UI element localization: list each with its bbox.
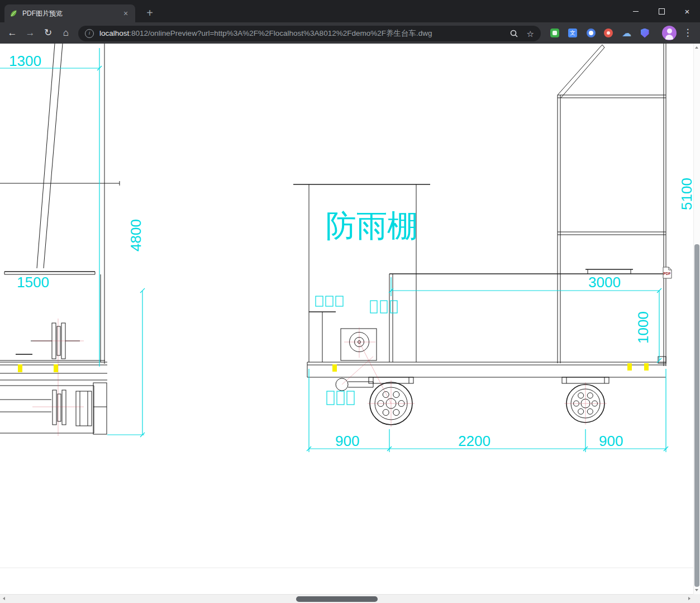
horizontal-scroll-thumb[interactable] — [296, 596, 378, 602]
vertical-scrollbar[interactable] — [693, 44, 700, 594]
scrollbar-corner — [693, 594, 700, 603]
home-button[interactable]: ⌂ — [58, 25, 74, 41]
dim-label-1300: 1300 — [9, 53, 41, 69]
left-partial-view — [0, 44, 120, 434]
tab-close-icon[interactable]: × — [121, 8, 131, 18]
cad-drawing: 1300 4800 1500 防雨棚 5100 3000 1000 900 22… — [0, 44, 693, 594]
avatar-body-icon — [665, 35, 673, 40]
close-button[interactable]: × — [674, 0, 700, 22]
maximize-icon — [659, 8, 665, 15]
green-square-icon — [550, 29, 559, 37]
omnibox-actions: ☆ — [509, 29, 534, 39]
avatar-head-icon — [667, 29, 672, 34]
url-path: :8012/onlinePreview?url=http%3A%2F%2Floc… — [129, 29, 432, 37]
shelter-label: 防雨棚 — [326, 208, 418, 243]
extension-cloud-icon[interactable]: ☁ — [620, 26, 634, 40]
extension-green-icon[interactable] — [548, 26, 561, 40]
spring-leaf-favicon — [9, 9, 18, 18]
dim-label-4800: 4800 — [127, 219, 144, 251]
dim-label-5100: 5100 — [678, 178, 693, 210]
extension-ring-icon[interactable] — [584, 26, 598, 40]
profile-avatar[interactable] — [662, 26, 677, 40]
cloud-icon: ☁ — [622, 29, 632, 38]
tab-title: PDF图片预览 — [22, 9, 121, 18]
dim-label-2200: 2200 — [458, 433, 491, 449]
site-info-icon[interactable]: i — [85, 29, 94, 38]
maximize-button[interactable] — [649, 0, 674, 22]
extension-red-icon[interactable] — [602, 26, 615, 40]
preview-page: 1300 4800 1500 防雨棚 5100 3000 1000 900 22… — [0, 44, 693, 594]
bookmark-star-icon[interactable]: ☆ — [527, 30, 534, 38]
blue-ring-icon — [587, 29, 596, 37]
red-circle-icon — [604, 29, 613, 37]
scroll-down-arrow-icon[interactable] — [695, 589, 698, 591]
pdf-file-icon[interactable]: PDF — [663, 267, 672, 278]
minimize-button[interactable] — [623, 0, 649, 22]
minimize-icon — [633, 11, 639, 12]
close-icon: × — [685, 7, 690, 16]
dimension-lines — [0, 48, 668, 452]
highlight-marks — [18, 363, 649, 372]
dim-label-1500: 1500 — [17, 274, 49, 291]
scroll-right-arrow-icon[interactable] — [688, 597, 691, 600]
horizontal-scrollbar[interactable] — [0, 594, 693, 603]
dim-label-3000: 3000 — [588, 274, 621, 291]
pdf-badge-text: PDF — [664, 272, 671, 276]
extension-translate-icon[interactable]: 文 — [566, 26, 579, 40]
shield-icon — [641, 29, 649, 38]
extension-shield-icon[interactable] — [638, 26, 651, 40]
browser-menu-button[interactable]: ⋮ — [682, 26, 694, 40]
browser-tab[interactable]: PDF图片预览 × — [4, 4, 135, 22]
address-bar[interactable]: i localhost:8012/onlinePreview?url=http%… — [78, 26, 541, 41]
back-button[interactable]: ← — [4, 25, 20, 41]
new-tab-button[interactable]: + — [142, 6, 158, 21]
vertical-scroll-thumb[interactable] — [694, 244, 699, 587]
dim-label-900-left: 900 — [335, 433, 359, 449]
dim-label-900-right: 900 — [599, 433, 623, 449]
tab-strip: PDF图片预览 × + × — [0, 0, 700, 22]
forward-button[interactable]: → — [22, 25, 38, 41]
url-host: localhost — [99, 29, 129, 37]
reload-button[interactable]: ↻ — [40, 25, 56, 41]
zoom-icon[interactable] — [509, 29, 519, 39]
scroll-left-arrow-icon[interactable] — [3, 597, 5, 600]
translate-icon: 文 — [568, 29, 577, 37]
scroll-up-arrow-icon[interactable] — [695, 46, 698, 49]
window-controls: × — [623, 0, 700, 22]
dim-label-1000: 1000 — [635, 311, 651, 344]
url-text[interactable]: localhost:8012/onlinePreview?url=http%3A… — [99, 29, 504, 39]
